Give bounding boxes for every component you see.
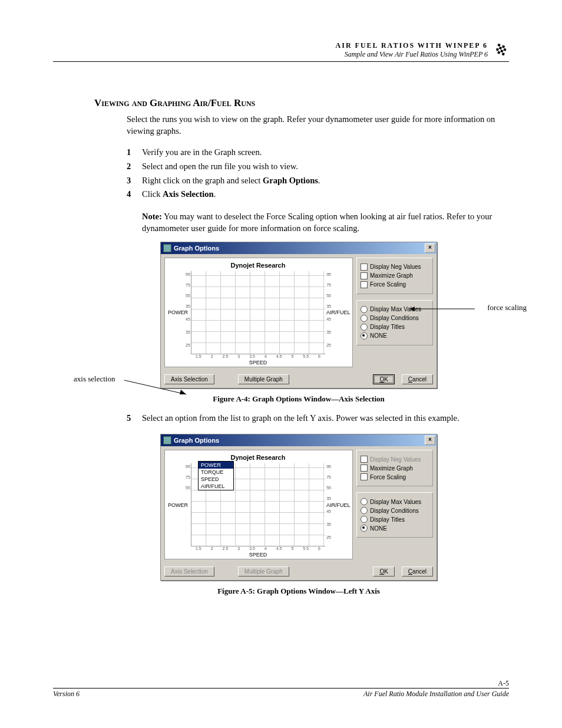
radio-max-values[interactable] [361, 306, 368, 313]
step-text: Select and open the run file you wish to… [142, 160, 298, 173]
note-block: Note: You may want to deselect the Force… [142, 210, 509, 235]
section-heading: Viewing and Graphing Air/Fuel Runs [94, 97, 509, 109]
svg-rect-4 [496, 48, 499, 51]
footer-version: Version 6 [53, 690, 80, 699]
dialog-title: Graph Options [174, 437, 219, 444]
radio-none[interactable] [361, 332, 368, 340]
svg-line-10 [124, 380, 186, 394]
step-text: Select an option from the list to graph … [142, 412, 459, 425]
radio-titles[interactable] [361, 516, 368, 523]
axis-selection-button: Axis Selection [164, 566, 214, 577]
checker-flag-icon [492, 42, 509, 59]
header-chapter: AIR FUEL RATIOS WITH WINPEP 6 [336, 41, 488, 50]
graph-options-dialog: Graph Options × Dynojet Research POWER 9… [160, 242, 437, 388]
right-y-label[interactable]: AIR/FUEL [326, 502, 350, 508]
svg-rect-2 [499, 47, 502, 50]
step-number: 5 [127, 412, 142, 425]
page-footer: A-5 Version 6 Air Fuel Ratio Module Inst… [53, 688, 509, 699]
cancel-button[interactable]: Cancel [402, 566, 433, 577]
figure-a5: Graph Options × Dynojet Research POWER 9… [88, 434, 509, 596]
ok-button[interactable]: OK [373, 374, 394, 384]
display-options-group: Display Neg Values Maximize Graph Force … [356, 258, 433, 294]
radio-none[interactable] [361, 525, 368, 532]
graph-options-dialog-2: Graph Options × Dynojet Research POWER 9… [160, 434, 437, 581]
multiple-graph-button: Multiple Graph [238, 566, 289, 577]
close-icon[interactable]: × [425, 436, 435, 445]
graph-preview-panel: Dynojet Research POWER 95 75 55 35 45 35… [164, 450, 353, 559]
dropdown-option-power[interactable]: POWER [199, 462, 233, 469]
radio-conditions[interactable] [361, 315, 368, 322]
step-text: Right click on the graph and select Grap… [142, 174, 320, 187]
svg-rect-0 [498, 44, 501, 47]
graph-preview-panel: Dynojet Research POWER 9595 7575 5555 35… [164, 258, 353, 367]
dropdown-option-speed[interactable]: SPEED [199, 476, 233, 483]
dialog-titlebar: Graph Options × [161, 434, 437, 446]
graph-title: Dynojet Research [166, 454, 350, 461]
callout-force-scaling: force scaling [487, 303, 527, 312]
display-mode-group: Display Max Values Display Conditions Di… [356, 492, 433, 538]
left-y-label[interactable]: POWER [166, 309, 190, 315]
step-number: 1 [127, 146, 142, 159]
step-text: Click Axis Selection. [142, 188, 216, 201]
dropdown-option-airfuel[interactable]: AIR/FUEL [199, 483, 233, 490]
step-number: 4 [127, 188, 142, 201]
close-icon[interactable]: × [425, 243, 435, 253]
svg-rect-6 [497, 51, 500, 54]
checkbox-force-scaling[interactable] [361, 473, 368, 480]
dropdown-option-torque[interactable]: TORQUE [199, 469, 233, 476]
page-header: AIR FUEL RATIOS WITH WINPEP 6 Sample and… [53, 41, 509, 62]
svg-rect-3 [503, 48, 506, 51]
checkbox-force-scaling[interactable] [361, 281, 368, 288]
app-icon [163, 244, 171, 252]
svg-rect-1 [502, 45, 505, 48]
left-y-dropdown[interactable]: POWER TORQUE SPEED AIR/FUEL [198, 461, 234, 490]
svg-marker-9 [410, 307, 415, 311]
multiple-graph-button[interactable]: Multiple Graph [238, 374, 289, 384]
dialog-title: Graph Options [174, 245, 219, 252]
checkbox-neg-values [361, 456, 368, 463]
step-number: 2 [127, 160, 142, 173]
svg-rect-7 [502, 52, 505, 55]
header-subtitle: Sample and View Air Fuel Ratios Using Wi… [345, 50, 488, 59]
footer-guide: Air Fuel Ratio Module Installation and U… [363, 690, 509, 699]
dialog-titlebar: Graph Options × [161, 242, 437, 254]
cancel-button[interactable]: Cancel [402, 374, 433, 384]
ok-button[interactable]: OK [373, 566, 394, 577]
radio-conditions[interactable] [361, 507, 368, 514]
graph-title: Dynojet Research [166, 262, 350, 269]
checkbox-neg-values[interactable] [361, 263, 368, 271]
x-axis-label[interactable]: SPEED [166, 360, 350, 365]
radio-titles[interactable] [361, 324, 368, 331]
app-icon [163, 436, 171, 444]
step-number: 3 [127, 174, 142, 187]
radio-max-values[interactable] [361, 498, 368, 505]
svg-rect-5 [500, 50, 503, 52]
checkbox-maximize-graph[interactable] [361, 465, 368, 472]
left-y-label[interactable]: POWER [166, 502, 190, 508]
right-y-label[interactable]: AIR/FUEL [326, 309, 350, 315]
figure-a4: Graph Options × Dynojet Research POWER 9… [88, 242, 509, 404]
figure-caption: Figure A-5: Graph Options Window—Left Y … [88, 587, 509, 596]
checkbox-maximize-graph[interactable] [361, 272, 368, 279]
intro-paragraph: Select the runs you wish to view on the … [127, 114, 509, 137]
step-text: Verify you are in the Graph screen. [142, 146, 262, 159]
page-number: A-5 [498, 679, 509, 688]
graph-grid: 9595 7575 5555 3535 4545 3535 2525 [191, 271, 325, 354]
x-ticks: 1.522.533.544.555.56 [166, 546, 350, 551]
x-ticks: 1.522.533.544.555.56 [166, 354, 350, 358]
display-options-group: Display Neg Values Maximize Graph Force … [356, 450, 433, 486]
svg-marker-11 [180, 390, 186, 394]
callout-axis-selection: axis selection [74, 374, 115, 384]
x-axis-label[interactable]: SPEED [166, 552, 350, 558]
